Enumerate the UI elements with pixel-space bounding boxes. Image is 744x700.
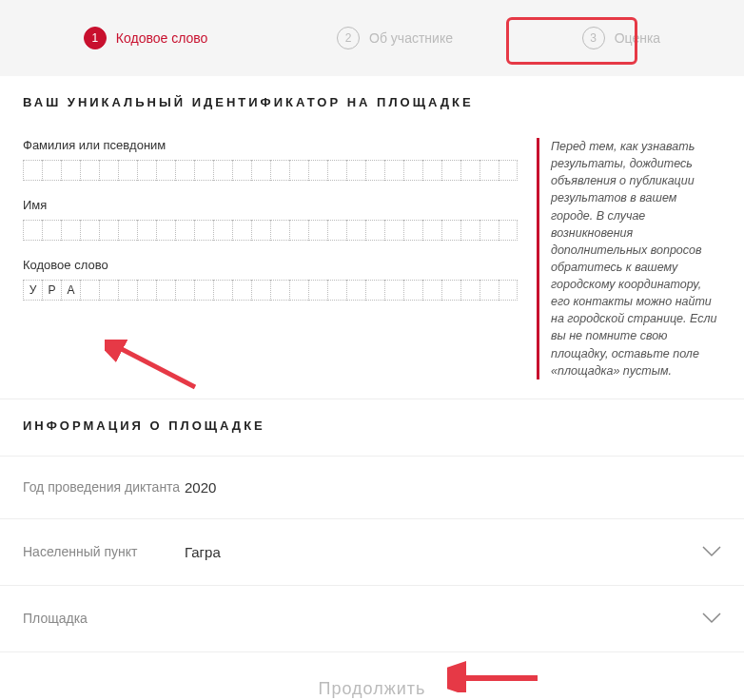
step-2-label: Об участнике [369,30,453,46]
char-box[interactable] [175,280,194,301]
char-box[interactable] [118,280,137,301]
step-1-label: Кодовое слово [116,30,208,46]
char-box[interactable] [499,280,518,301]
continue-row: Продолжить [0,651,744,700]
char-box[interactable] [403,160,422,181]
char-box[interactable] [251,160,270,181]
char-box[interactable] [327,280,346,301]
char-box[interactable] [99,280,118,301]
char-box[interactable] [232,220,251,241]
char-box[interactable] [460,160,480,181]
char-box[interactable] [251,280,270,301]
char-box[interactable] [346,220,365,241]
char-box[interactable] [480,220,499,241]
char-box[interactable] [194,280,213,301]
name-input[interactable] [23,220,518,241]
char-box[interactable] [232,160,251,181]
char-box[interactable]: У [23,280,42,301]
char-box[interactable] [327,160,346,181]
char-box[interactable] [384,280,403,301]
stepper: 1 Кодовое слово 2 Об участнике 3 Оценка [0,0,744,76]
char-box[interactable] [232,280,251,301]
char-box[interactable] [499,160,518,181]
char-box[interactable] [42,220,61,241]
char-box[interactable] [480,160,499,181]
venue-section: ИНФОРМАЦИЯ О ПЛОЩАДКЕ [0,399,744,456]
char-box[interactable] [42,160,61,181]
char-box[interactable] [403,220,422,241]
surname-group: Фамилия или псевдоним [23,138,518,181]
char-box[interactable] [308,280,327,301]
char-box[interactable] [499,220,518,241]
char-box[interactable] [61,220,80,241]
char-box[interactable] [270,160,289,181]
char-box[interactable] [441,160,460,181]
char-box[interactable] [156,220,175,241]
char-box[interactable] [80,280,99,301]
char-box[interactable] [175,160,194,181]
char-box[interactable] [308,160,327,181]
char-box[interactable] [422,220,441,241]
chevron-down-icon [702,609,721,629]
char-box[interactable] [137,160,156,181]
char-box[interactable] [308,220,327,241]
char-box[interactable] [460,280,480,301]
char-box[interactable] [422,160,441,181]
char-box[interactable] [327,220,346,241]
char-box[interactable] [270,280,289,301]
venue-title: ИНФОРМАЦИЯ О ПЛОЩАДКЕ [23,418,721,433]
city-row[interactable]: Населенный пункт Гагра [0,518,744,585]
char-box[interactable] [460,220,480,241]
char-box[interactable] [194,220,213,241]
char-box[interactable] [403,280,422,301]
char-box[interactable] [80,220,99,241]
surname-input[interactable] [23,160,518,181]
char-box[interactable] [99,220,118,241]
char-box[interactable] [213,160,232,181]
char-box[interactable] [137,280,156,301]
char-box[interactable] [346,160,365,181]
char-box[interactable] [80,160,99,181]
char-box[interactable] [99,160,118,181]
char-box[interactable] [213,280,232,301]
char-box[interactable] [213,220,232,241]
char-box[interactable] [23,160,42,181]
char-box[interactable] [289,160,308,181]
step-2[interactable]: 2 Об участнике [337,27,453,49]
char-box[interactable]: А [61,280,80,301]
char-box[interactable] [251,220,270,241]
place-label: Площадка [23,611,185,626]
char-box[interactable] [422,280,441,301]
char-box[interactable] [441,280,460,301]
char-box[interactable] [156,280,175,301]
char-box[interactable] [365,220,384,241]
char-box[interactable] [384,220,403,241]
char-box[interactable] [480,280,499,301]
step-3[interactable]: 3 Оценка [582,27,661,49]
char-box[interactable] [118,160,137,181]
char-box[interactable] [137,220,156,241]
year-value: 2020 [185,479,721,496]
char-box[interactable] [384,160,403,181]
char-box[interactable] [194,160,213,181]
char-box[interactable] [270,220,289,241]
char-box[interactable] [346,280,365,301]
char-box[interactable] [156,160,175,181]
char-box[interactable] [289,220,308,241]
char-box[interactable] [175,220,194,241]
char-box[interactable] [365,160,384,181]
codeword-input[interactable]: УРА [23,280,518,301]
codeword-group: Кодовое слово УРА [23,258,518,301]
char-box[interactable] [61,160,80,181]
char-box[interactable] [289,280,308,301]
char-box[interactable] [365,280,384,301]
char-box[interactable] [23,220,42,241]
char-box[interactable] [118,220,137,241]
step-1[interactable]: 1 Кодовое слово [84,27,208,49]
char-box[interactable] [441,220,460,241]
char-box[interactable]: Р [42,280,61,301]
continue-button[interactable]: Продолжить [319,679,426,699]
year-row: Год проведения диктанта 2020 [0,456,744,518]
place-row[interactable]: Площадка [0,585,744,651]
surname-label: Фамилия или псевдоним [23,138,518,152]
